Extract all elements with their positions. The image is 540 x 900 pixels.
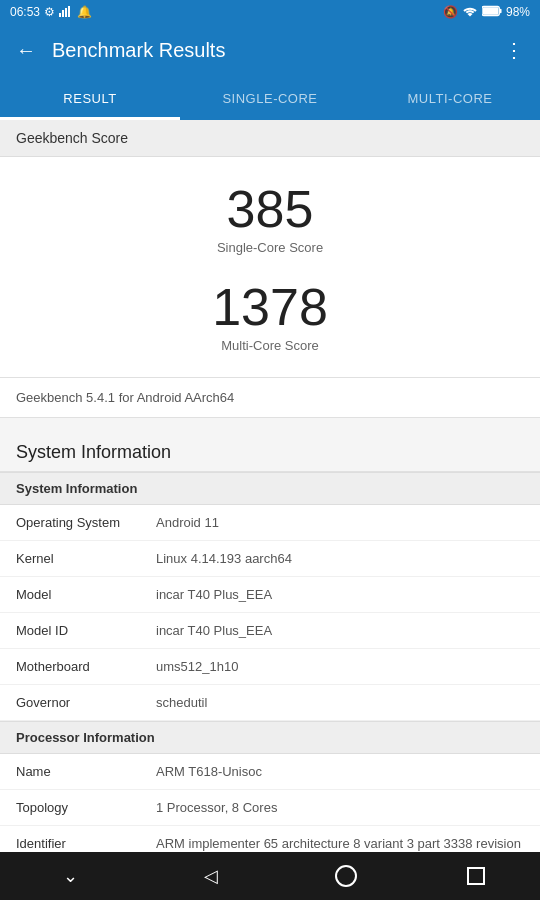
svg-rect-2 xyxy=(65,8,67,17)
signal-icon xyxy=(59,5,73,20)
info-key: Name xyxy=(16,764,156,779)
alarm-icon: 🔔 xyxy=(77,5,92,19)
tab-result[interactable]: RESULT xyxy=(0,76,180,120)
nav-bar: ⌄ ◁ xyxy=(0,852,540,900)
info-value: Android 11 xyxy=(156,515,524,530)
info-value: 1 Processor, 8 Cores xyxy=(156,800,524,815)
info-value: ARM implementer 65 architecture 8 varian… xyxy=(156,836,524,852)
svg-rect-5 xyxy=(500,8,502,13)
info-value: schedutil xyxy=(156,695,524,710)
tab-bar: RESULT SINGLE-CORE MULTI-CORE xyxy=(0,76,540,120)
info-value: ums512_1h10 xyxy=(156,659,524,674)
svg-rect-0 xyxy=(59,13,61,17)
tab-multi-core[interactable]: MULTI-CORE xyxy=(360,76,540,120)
wifi-icon xyxy=(462,5,478,20)
info-key: Motherboard xyxy=(16,659,156,674)
battery-icon xyxy=(482,5,502,20)
svg-rect-1 xyxy=(62,10,64,17)
info-row: Governorschedutil xyxy=(0,685,540,721)
main-content: Geekbench Score 385 Single-Core Score 13… xyxy=(0,120,540,852)
geekbench-section-header: Geekbench Score xyxy=(0,120,540,157)
tab-single-core[interactable]: SINGLE-CORE xyxy=(180,76,360,120)
battery-percent: 98% xyxy=(506,5,530,19)
info-row: Modelincar T40 Plus_EEA xyxy=(0,577,540,613)
info-value: Linux 4.14.193 aarch64 xyxy=(156,551,524,566)
info-key: Model xyxy=(16,587,156,602)
info-row: IdentifierARM implementer 65 architectur… xyxy=(0,826,540,852)
nav-down-button[interactable]: ⌄ xyxy=(55,857,86,895)
nav-home-button[interactable] xyxy=(335,865,357,887)
app-bar: ← Benchmark Results ⋮ xyxy=(0,24,540,76)
info-row: Model IDincar T40 Plus_EEA xyxy=(0,613,540,649)
info-row: Motherboardums512_1h10 xyxy=(0,649,540,685)
info-key: Governor xyxy=(16,695,156,710)
info-value: incar T40 Plus_EEA xyxy=(156,587,524,602)
single-core-label: Single-Core Score xyxy=(16,240,524,255)
status-right: 🔕 98% xyxy=(443,5,530,20)
info-value: ARM T618-Unisoc xyxy=(156,764,524,779)
svg-rect-3 xyxy=(68,6,70,17)
score-section: 385 Single-Core Score 1378 Multi-Core Sc… xyxy=(0,157,540,378)
status-bar: 06:53 ⚙ 🔔 🔕 98% xyxy=(0,0,540,24)
info-row: Topology1 Processor, 8 Cores xyxy=(0,790,540,826)
settings-icon: ⚙ xyxy=(44,5,55,19)
nav-recents-button[interactable] xyxy=(467,867,485,885)
version-note: Geekbench 5.4.1 for Android AArch64 xyxy=(0,378,540,418)
info-key: Identifier xyxy=(16,836,156,852)
status-left: 06:53 ⚙ 🔔 xyxy=(10,5,92,20)
info-table: System InformationOperating SystemAndroi… xyxy=(0,471,540,852)
svg-rect-6 xyxy=(483,7,498,14)
info-row: NameARM T618-Unisoc xyxy=(0,754,540,790)
info-key: Model ID xyxy=(16,623,156,638)
app-bar-title: Benchmark Results xyxy=(52,39,504,62)
single-core-score: 385 xyxy=(16,181,524,238)
info-key: Operating System xyxy=(16,515,156,530)
mute-icon: 🔕 xyxy=(443,5,458,19)
info-row: KernelLinux 4.14.193 aarch64 xyxy=(0,541,540,577)
status-time: 06:53 xyxy=(10,5,40,19)
back-button[interactable]: ← xyxy=(16,39,36,62)
info-key: Topology xyxy=(16,800,156,815)
info-key: Kernel xyxy=(16,551,156,566)
info-value: incar T40 Plus_EEA xyxy=(156,623,524,638)
info-row: Operating SystemAndroid 11 xyxy=(0,505,540,541)
multi-core-score: 1378 xyxy=(16,279,524,336)
info-group-header: System Information xyxy=(0,472,540,505)
info-group-header: Processor Information xyxy=(0,721,540,754)
more-options-button[interactable]: ⋮ xyxy=(504,38,524,62)
nav-back-button[interactable]: ◁ xyxy=(196,857,226,895)
multi-core-label: Multi-Core Score xyxy=(16,338,524,353)
system-info-title: System Information xyxy=(0,426,540,471)
